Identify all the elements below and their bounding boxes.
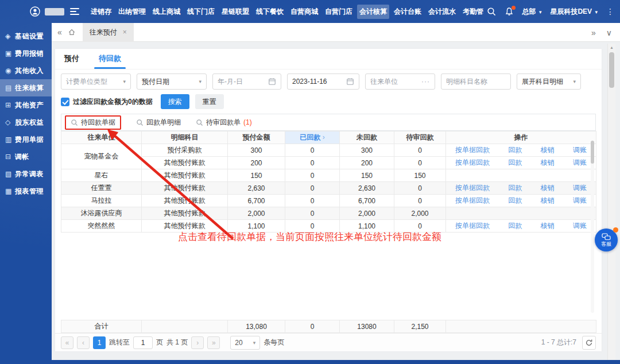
ellipsis-icon[interactable]: ··· (421, 78, 430, 86)
action-link[interactable]: 按单据回款 (455, 196, 490, 206)
sidebar-item[interactable]: ◇股东权益 (0, 114, 52, 131)
action-links: 按单据回款回款核销调账 (447, 145, 595, 155)
query-link[interactable]: 待审回款单(1) (196, 118, 252, 127)
notification-bell-icon[interactable] (505, 7, 514, 16)
jump-page-input[interactable] (133, 336, 153, 349)
page-size-select[interactable]: 20 ▾ (230, 336, 260, 350)
topbar-menu-item[interactable]: 线下门店 (185, 5, 217, 19)
topbar-menu-item[interactable]: 自营商城 (288, 5, 320, 19)
topbar-menu-item[interactable]: 出纳管理 (116, 5, 148, 19)
sidebar-item[interactable]: ⊞其他资产 (0, 96, 52, 114)
adjust-account-icon: ⊟ (5, 153, 15, 161)
action-link[interactable]: 回款 (508, 183, 522, 193)
topbar-menu-item[interactable]: 考勤管理 (460, 5, 483, 19)
topbar-menu-item[interactable]: 线上商城 (150, 5, 183, 19)
filter-zero-checkbox[interactable] (61, 98, 69, 106)
search-button[interactable]: 搜索 (161, 94, 189, 109)
sidebar-item[interactable]: ▦报表管理 (0, 183, 52, 200)
action-link[interactable]: 核销 (541, 158, 555, 168)
sidebar-item[interactable]: ▥费用单据 (0, 131, 52, 148)
action-link[interactable]: 回款 (508, 221, 522, 231)
scrollbar-thumb[interactable] (609, 52, 614, 88)
window-scrollbar: ▴ (607, 44, 615, 360)
user-avatar-icon[interactable] (30, 6, 40, 17)
topbar-menu-item[interactable]: 星链联盟 (219, 5, 251, 19)
refresh-icon[interactable] (582, 336, 596, 350)
date-type-select[interactable]: 预付日期 ▾ (137, 73, 207, 90)
panel-tab[interactable]: 预付 (64, 53, 79, 69)
topbar-menu-item[interactable]: 会计核算 (357, 5, 389, 19)
search-icon (196, 119, 203, 126)
action-link[interactable]: 调账 (573, 145, 587, 155)
table-header-row: 往来单位明细科目预付金额已回款 ›未回款待审回款操作 (61, 131, 596, 144)
table-scrollbar-thumb[interactable] (591, 141, 594, 164)
column-header: 明细科目 (142, 131, 228, 144)
action-link[interactable]: 核销 (541, 183, 555, 193)
action-link[interactable]: 调账 (573, 183, 587, 193)
last-page-button[interactable]: » (207, 336, 220, 349)
sidebar-item[interactable]: ◉其他收入 (0, 62, 52, 79)
action-link[interactable]: 核销 (541, 196, 555, 206)
action-link[interactable]: 调账 (573, 158, 587, 168)
table-row: 马拉拉其他预付账款6,70006,7000按单据回款回款核销调账 (61, 195, 596, 207)
tab-scroll-right-icon[interactable]: » (591, 28, 596, 37)
action-link[interactable]: 按单据回款 (455, 221, 490, 231)
more-options-icon[interactable]: ⋮ (606, 7, 614, 16)
current-page-button[interactable]: 1 (93, 336, 106, 349)
sidebar-item[interactable]: ▣费用报销 (0, 45, 52, 62)
action-link[interactable]: 核销 (541, 145, 555, 155)
action-link[interactable]: 按单据回款 (455, 145, 490, 155)
cell-unit: 任萱萱 (61, 182, 142, 195)
reset-button[interactable]: 重置 (195, 94, 224, 109)
column-header[interactable]: 已回款 › (285, 131, 340, 144)
unit-type-select[interactable]: 计费单位类型 ▾ (61, 73, 131, 90)
panel-tabs: 预付待回款 (55, 49, 602, 69)
counterparty-input[interactable]: ··· (365, 73, 435, 90)
tenant-dropdown[interactable]: 星辰科技DEV ▾ (550, 7, 598, 17)
expand-subject-select[interactable]: 展开科目明细 ▾ (517, 73, 581, 90)
action-link[interactable]: 回款 (508, 145, 522, 155)
topbar-menu-item[interactable]: 会计流水 (426, 5, 458, 19)
open-tab[interactable]: 往来预付 × (83, 23, 134, 42)
sidebar-item[interactable]: ⊟调帐 (0, 148, 52, 165)
counterparty-field[interactable] (370, 78, 419, 86)
next-page-button[interactable]: › (191, 336, 204, 349)
action-link[interactable]: 调账 (573, 196, 587, 206)
action-link[interactable]: 按单据回款 (455, 183, 490, 193)
action-link[interactable]: 核销 (541, 221, 555, 231)
action-link[interactable]: 回款 (508, 196, 522, 206)
query-link[interactable]: 待回款单据 (71, 118, 115, 127)
collapse-tabs-icon[interactable]: « (57, 28, 62, 37)
action-link[interactable]: 按单据回款 (455, 158, 490, 168)
panel-tab[interactable]: 待回款 (99, 53, 121, 69)
action-link[interactable]: 调账 (573, 221, 587, 231)
topbar-menu-item[interactable]: 进销存 (88, 5, 114, 19)
topbar-menu-item[interactable]: 线下餐饮 (254, 5, 286, 19)
scroll-up-arrow[interactable]: ▴ (608, 45, 615, 50)
cell-returned: 0 (285, 207, 340, 220)
date-start-input[interactable]: 年-月-日 (212, 73, 281, 90)
prev-page-button[interactable]: ‹ (77, 336, 90, 349)
sidebar-item[interactable]: ◈基础设置 (0, 28, 52, 45)
org-dropdown[interactable]: 总部 ▾ (522, 7, 542, 17)
query-link[interactable]: 回款单明细 (136, 118, 181, 127)
sidebar-item[interactable]: ▤往来核算 (0, 79, 52, 96)
home-icon[interactable] (68, 28, 76, 36)
tab-list-icon[interactable]: ∨ (606, 28, 612, 37)
close-tab-icon[interactable]: × (123, 28, 127, 36)
subject-name-field[interactable] (446, 78, 506, 86)
sidebar-item-label: 报表管理 (15, 187, 44, 196)
action-link[interactable]: 回款 (508, 158, 522, 168)
menu-toggle-icon[interactable] (70, 8, 79, 15)
query-links-row: 待回款单据回款单明细待审回款单(1) (61, 114, 596, 131)
sidebar-item[interactable]: ▧异常调表 (0, 165, 52, 183)
current-account-icon: ▤ (5, 84, 15, 92)
report-manage-icon: ▦ (5, 187, 15, 195)
date-end-input[interactable]: 2023-11-16 (287, 73, 359, 90)
first-page-button[interactable]: « (61, 336, 73, 349)
topbar-menu-item[interactable]: 会计台账 (392, 5, 424, 19)
topbar-menu-item[interactable]: 自营门店 (323, 5, 355, 19)
total-prepaid: 13,080 (228, 320, 285, 333)
subject-name-input[interactable] (441, 73, 511, 90)
search-icon[interactable] (487, 7, 496, 16)
